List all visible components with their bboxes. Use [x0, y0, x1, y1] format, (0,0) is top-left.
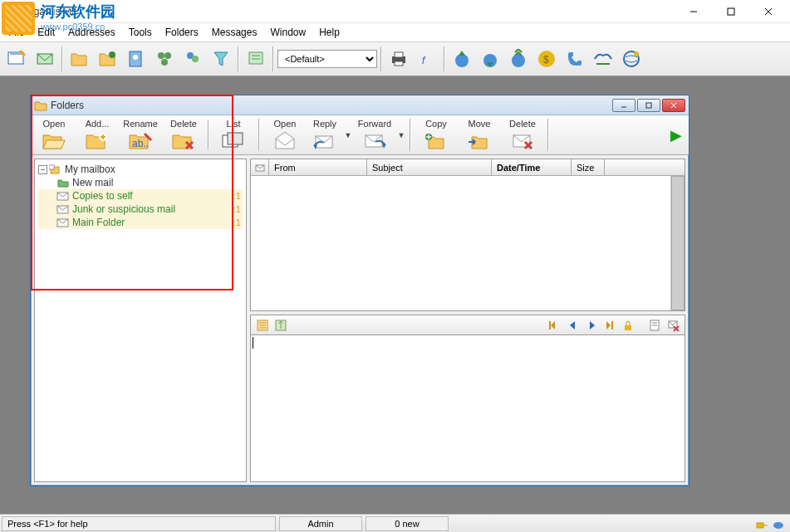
message-list-header: From Subject Date/Time Size — [251, 159, 685, 176]
col-subject[interactable]: Subject — [367, 159, 492, 175]
menu-messages[interactable]: Messages — [205, 24, 264, 41]
svg-rect-35 — [228, 133, 243, 144]
msg-move-button[interactable]: Move — [459, 117, 500, 153]
preview-attach-button[interactable] — [272, 317, 289, 334]
status-new: 0 new — [366, 516, 449, 531]
preview-next-button[interactable] — [583, 317, 600, 334]
col-from[interactable]: From — [269, 159, 367, 175]
folder-tree[interactable]: − My mailbox New mail Copies to self :1 — [35, 159, 246, 481]
message-list-scrollbar[interactable] — [670, 176, 685, 310]
font-button[interactable]: f — [414, 46, 440, 72]
preview-next-all-button[interactable] — [601, 317, 618, 334]
folder-rename-button[interactable]: Rename ab.. — [120, 117, 161, 153]
identity-select[interactable]: <Default> — [277, 50, 377, 68]
svg-text:ab..: ab.. — [132, 138, 149, 149]
msg-reply-button[interactable]: Reply — [307, 117, 342, 154]
tree-label: Copies to self — [72, 190, 133, 202]
send-queued-button[interactable] — [505, 46, 532, 72]
child-minimize-button[interactable] — [612, 99, 635, 112]
menu-addresses[interactable]: Addresses — [61, 24, 122, 41]
folder-open-button[interactable]: Open — [33, 117, 75, 153]
folder-open-icon — [41, 130, 67, 151]
minimize-button[interactable] — [675, 0, 712, 23]
svg-point-9 — [158, 52, 164, 59]
collapse-icon[interactable]: − — [38, 165, 47, 174]
status-network-icon[interactable] — [755, 518, 768, 530]
folders-titlebar[interactable]: Folders — [31, 95, 689, 115]
reply-dropdown-arrow[interactable]: ▼ — [344, 117, 352, 153]
menu-folders[interactable]: Folders — [159, 24, 205, 41]
folder-add-button[interactable]: Add... — [76, 117, 118, 153]
tree-item-new-mail[interactable]: New mail — [38, 176, 243, 189]
selective-download-button[interactable]: $ — [533, 46, 560, 72]
send-receive-button[interactable] — [449, 46, 475, 72]
menu-help[interactable]: Help — [312, 24, 346, 41]
tree-item-junk[interactable]: Junk or suspicious mail :1 — [38, 203, 243, 216]
status-online-icon[interactable] — [772, 518, 785, 530]
offline-button[interactable] — [590, 46, 616, 72]
preview-raw-button[interactable] — [254, 317, 271, 334]
menu-file[interactable]: File — [2, 24, 31, 41]
close-button[interactable] — [749, 0, 787, 23]
addressbook-button[interactable] — [123, 46, 150, 72]
msg-open-button[interactable]: Open — [264, 117, 306, 153]
ie-button[interactable] — [618, 46, 645, 72]
print-button[interactable] — [385, 46, 412, 72]
svg-rect-1 — [728, 8, 734, 15]
folder-list-button[interactable]: List — [213, 117, 254, 153]
preview-print-button[interactable] — [646, 317, 663, 334]
svg-point-21 — [455, 54, 469, 67]
tree-root-mailbox[interactable]: − My mailbox — [38, 163, 243, 176]
app-icon — [3, 5, 17, 18]
toolbar-separator — [444, 46, 445, 71]
svg-point-60 — [773, 522, 783, 529]
compose-button[interactable] — [3, 46, 30, 72]
folder-move-icon — [466, 130, 493, 151]
menu-tools[interactable]: Tools — [122, 24, 159, 41]
toolbar-more-button[interactable]: ▶ — [667, 115, 685, 154]
svg-rect-14 — [249, 52, 263, 64]
svg-rect-18 — [395, 52, 403, 57]
mdi-client-area: Folders Open Add... Rename ab.. — [0, 76, 790, 514]
menu-edit[interactable]: Edit — [31, 24, 61, 41]
filter-button[interactable] — [208, 46, 234, 72]
tree-item-main-folder[interactable]: Main Folder :1 — [38, 216, 243, 229]
svg-rect-29 — [646, 103, 651, 108]
folder-tree-pane: − My mailbox New mail Copies to self :1 — [34, 159, 247, 482]
check-mail-button[interactable] — [477, 46, 503, 72]
folders2-button[interactable] — [95, 46, 121, 72]
dist-lists-button[interactable] — [151, 46, 178, 72]
noticeboards-button[interactable] — [243, 46, 269, 72]
preview-prev-all-button[interactable] — [547, 317, 563, 334]
main-toolbar: <Default> f $ — [0, 41, 790, 76]
folder-delete-button[interactable]: Delete — [163, 117, 204, 153]
svg-rect-19 — [395, 61, 403, 66]
child-maximize-button[interactable] — [637, 99, 660, 112]
message-preview[interactable] — [250, 334, 685, 482]
toolbar-separator — [272, 46, 274, 71]
phone-button[interactable] — [562, 46, 588, 72]
msg-forward-button[interactable]: Forward — [354, 117, 395, 153]
message-list-body[interactable] — [251, 176, 685, 310]
col-datetime[interactable]: Date/Time — [492, 159, 572, 175]
tree-item-copies-to-self[interactable]: Copies to self :1 — [38, 189, 243, 203]
preview-prev-button[interactable] — [565, 317, 581, 334]
msg-copy-button[interactable]: Copy — [415, 117, 457, 153]
preview-lock-button[interactable] — [620, 317, 636, 334]
message-list[interactable]: From Subject Date/Time Size — [250, 159, 685, 311]
envelope-icon — [56, 203, 70, 215]
menu-window[interactable]: Window — [263, 24, 312, 41]
col-size[interactable]: Size — [572, 159, 605, 175]
forward-dropdown-arrow[interactable]: ▼ — [397, 117, 405, 153]
preview-delete-button[interactable] — [665, 317, 681, 334]
maximize-button[interactable] — [712, 0, 749, 23]
svg-point-13 — [192, 56, 199, 62]
status-help: Press <F1> for help — [2, 516, 276, 531]
col-status-icon[interactable] — [251, 159, 269, 175]
identities-button[interactable] — [179, 46, 206, 72]
folders-button[interactable] — [66, 46, 93, 72]
svg-text:$: $ — [543, 54, 549, 66]
child-close-button[interactable] — [662, 99, 685, 112]
msg-delete-button[interactable]: Delete — [502, 117, 543, 153]
read-new-button[interactable] — [32, 46, 58, 72]
